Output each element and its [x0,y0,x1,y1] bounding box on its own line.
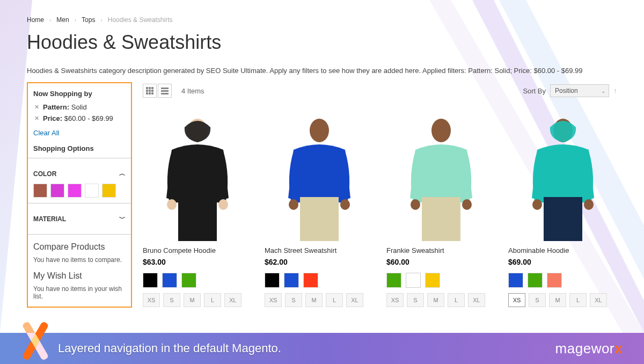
product-size-option[interactable]: XL [224,293,241,307]
svg-rect-5 [151,90,153,92]
product-size-option[interactable]: S [407,293,424,307]
product-color-swatch[interactable] [508,273,523,288]
product-color-swatch[interactable] [284,273,299,288]
product-price: $62.00 [265,258,374,266]
product-card[interactable]: Bruno Compete Hoodie $63.00 XSSMLXL [143,112,252,307]
svg-rect-2 [151,87,153,89]
color-swatch[interactable] [68,184,82,198]
layered-nav-sidebar: Now Shopping by ✕ Pattern: Solid ✕ Price… [27,82,132,308]
sort-direction-button[interactable]: ↑ [613,86,617,95]
product-size-option[interactable]: M [549,293,566,307]
color-swatch[interactable] [102,184,116,198]
wishlist-title: My Wish List [33,271,126,281]
brand-x-icon [21,322,49,360]
svg-rect-4 [149,90,151,92]
breadcrumb-men[interactable]: Men [56,16,69,24]
chevron-up-icon: ︿ [119,169,126,178]
product-size-option[interactable]: S [163,293,180,307]
clear-all-link[interactable]: Clear All [33,129,59,137]
svg-rect-9 [161,88,169,89]
footer-caption: Layered navigation in the default Magent… [58,341,281,355]
item-count: 4 Items [181,87,204,95]
sort-by-label: Sort By [523,87,546,95]
product-price: $69.00 [508,258,617,266]
product-size-option[interactable]: L [326,293,343,307]
view-grid-button[interactable] [143,84,157,98]
product-color-swatch[interactable] [265,273,280,288]
svg-rect-0 [146,87,148,89]
applied-filter-pattern: ✕ Pattern: Solid [33,103,126,111]
product-size-option[interactable]: S [529,293,546,307]
compare-empty-msg: You have no items to compare. [33,256,126,264]
product-size-option[interactable]: L [204,293,221,307]
category-description: Hoodies & Sweatshirts category descripti… [27,67,617,75]
product-name[interactable]: Abominable Hoodie [508,246,617,254]
product-size-option[interactable]: XS [508,293,525,307]
color-swatch[interactable] [33,184,47,198]
product-card[interactable]: Mach Street Sweatshirt $62.00 XSSMLXL [265,112,374,307]
svg-rect-19 [300,197,339,241]
product-size-option[interactable]: L [448,293,465,307]
svg-rect-11 [161,93,169,94]
product-card[interactable]: Frankie Sweatshirt $60.00 XSSMLXL [386,112,495,307]
product-color-swatch[interactable] [547,273,562,288]
svg-point-16 [310,119,329,142]
product-name[interactable]: Frankie Sweatshirt [386,246,495,254]
product-color-swatch[interactable] [406,273,421,288]
product-name[interactable]: Bruno Compete Hoodie [143,246,252,254]
svg-point-14 [218,199,228,210]
product-color-swatch[interactable] [528,273,543,288]
product-image[interactable] [143,112,252,241]
svg-rect-23 [422,197,460,241]
product-size-option[interactable]: XL [346,293,363,307]
product-size-option[interactable]: M [305,293,323,307]
sort-by-select[interactable]: Position ⌄ [550,84,609,97]
applied-filter-price: ✕ Price: $60.00 - $69.99 [33,114,126,122]
svg-point-26 [584,199,594,210]
svg-point-22 [462,199,472,210]
product-name[interactable]: Mach Street Sweatshirt [265,246,374,254]
svg-point-21 [411,199,420,210]
product-card[interactable]: Abominable Hoodie $69.00 XSSMLXL [508,112,617,307]
svg-point-13 [167,199,177,210]
color-swatch[interactable] [85,184,99,198]
product-size-option[interactable]: XS [386,293,404,307]
view-list-button[interactable] [158,84,172,98]
remove-filter-icon[interactable]: ✕ [33,104,40,111]
remove-filter-icon[interactable]: ✕ [33,115,40,122]
product-size-option[interactable]: L [569,293,587,307]
footer-banner: Layered navigation in the default Magent… [0,333,644,364]
filter-color-toggle[interactable]: COLOR ︿ [33,164,126,184]
product-color-swatch[interactable] [181,273,196,288]
product-size-option[interactable]: M [427,293,444,307]
product-size-option[interactable]: XL [590,293,607,307]
svg-rect-6 [146,92,148,94]
product-price: $60.00 [386,258,495,266]
product-color-swatch[interactable] [303,273,318,288]
svg-point-18 [340,199,350,210]
product-color-swatch[interactable] [386,273,401,288]
chevron-down-icon: ⌄ [601,88,605,94]
product-image[interactable] [386,112,495,241]
product-size-option[interactable]: S [285,293,302,307]
product-image[interactable] [265,112,374,241]
filter-material-toggle[interactable]: MATERIAL ﹀ [33,209,126,229]
now-shopping-title: Now Shopping by [33,90,126,98]
product-color-swatch[interactable] [162,273,177,288]
product-color-swatch[interactable] [143,273,158,288]
footer-brand: mageworx [555,340,623,357]
product-image[interactable] [508,112,617,241]
svg-rect-3 [146,90,148,92]
product-size-option[interactable]: XL [468,293,485,307]
breadcrumb: Home› Men› Tops› Hoodies & Sweatshirts [27,16,617,24]
color-swatch[interactable] [50,184,64,198]
breadcrumb-current: Hoodies & Sweatshirts [108,16,173,24]
product-size-option[interactable]: XS [143,293,160,307]
svg-point-20 [431,119,451,142]
product-color-swatch[interactable] [425,273,440,288]
product-size-option[interactable]: M [184,293,201,307]
shopping-options-title: Shopping Options [33,144,126,152]
product-size-option[interactable]: XS [265,293,282,307]
breadcrumb-tops[interactable]: Tops [82,16,95,24]
breadcrumb-home[interactable]: Home [27,16,44,24]
